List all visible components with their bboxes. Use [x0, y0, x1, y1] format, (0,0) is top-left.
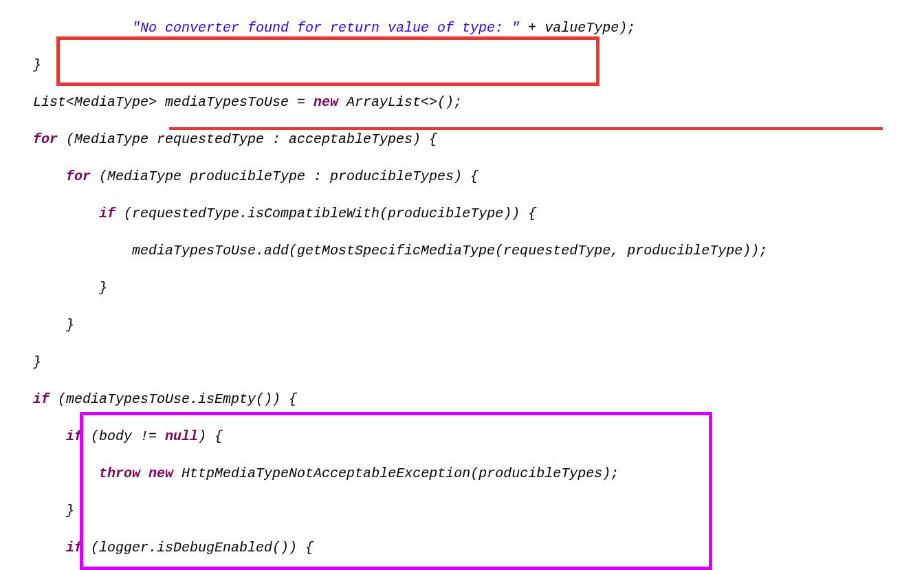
code-line: if (mediaTypesToUse.isEmpty()) { [0, 390, 924, 408]
code-line: } [0, 278, 924, 297]
code-line: throw new HttpMediaTypeNotAcceptableExce… [0, 464, 924, 483]
code-line: for (MediaType producibleType : producib… [0, 167, 924, 186]
code-line: mediaTypesToUse.add(getMostSpecificMedia… [0, 241, 924, 260]
code-line: List<MediaType> mediaTypesToUse = new Ar… [0, 93, 924, 111]
code-line: if (logger.isDebugEnabled()) { [0, 538, 924, 557]
code-line: if (requestedType.isCompatibleWith(produ… [0, 204, 924, 223]
code-line: } [0, 316, 924, 334]
code-block: "No converter found for return value of … [0, 0, 924, 570]
code-line: if (body != null) { [0, 427, 924, 446]
code-line: } [0, 353, 924, 371]
code-line: "No converter found for return value of … [0, 19, 924, 37]
code-line: } [0, 501, 924, 520]
code-line: } [0, 56, 924, 74]
code-line: for (MediaType requestedType : acceptabl… [0, 130, 924, 149]
